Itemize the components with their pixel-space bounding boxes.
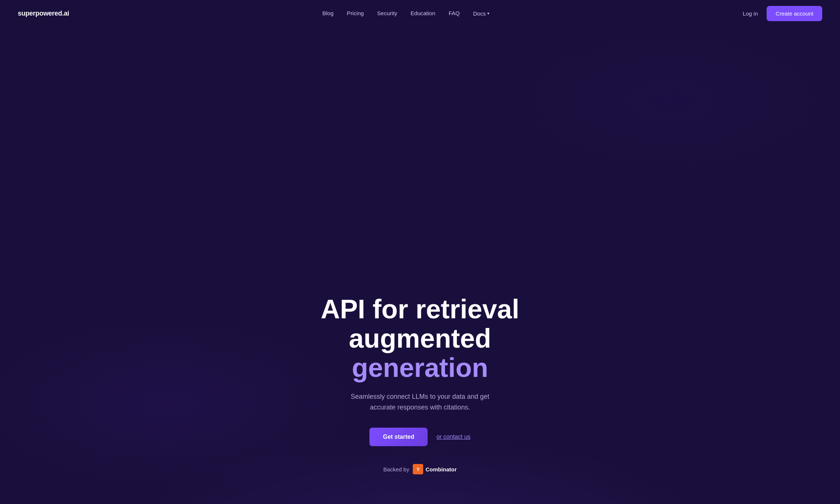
hero-cta-group: Get started or contact us	[369, 428, 470, 446]
nav-blog-link[interactable]: Blog	[322, 10, 333, 16]
nav-security-link[interactable]: Security	[377, 10, 397, 16]
hero-section: API for retrieval augmented generation S…	[0, 0, 840, 504]
hero-title-highlight: generation	[352, 353, 488, 382]
contact-link[interactable]: or contact us	[436, 434, 471, 440]
logo[interactable]: superpowered.ai	[18, 10, 69, 17]
yc-badge: Y Combinator	[413, 464, 456, 474]
yc-name: Combinator	[425, 466, 456, 472]
hero-title: API for retrieval augmented generation	[272, 295, 568, 383]
nav-education-link[interactable]: Education	[411, 10, 435, 16]
nav-pricing-link[interactable]: Pricing	[347, 10, 364, 16]
navbar: superpowered.ai Blog Pricing Security Ed…	[0, 0, 840, 27]
yc-logo-icon: Y	[413, 464, 423, 474]
nav-docs-link[interactable]: Docs ▾	[473, 10, 489, 17]
chevron-down-icon: ▾	[487, 11, 489, 16]
login-link[interactable]: Log in	[743, 10, 758, 17]
hero-subtitle: Seamlessly connect LLMs to your data and…	[339, 391, 502, 413]
nav-actions: Log in Create account	[743, 6, 822, 21]
create-account-button[interactable]: Create account	[767, 6, 822, 21]
backed-by-section: Backed by Y Combinator	[383, 464, 456, 474]
get-started-button[interactable]: Get started	[369, 428, 427, 446]
nav-faq-link[interactable]: FAQ	[449, 10, 460, 16]
